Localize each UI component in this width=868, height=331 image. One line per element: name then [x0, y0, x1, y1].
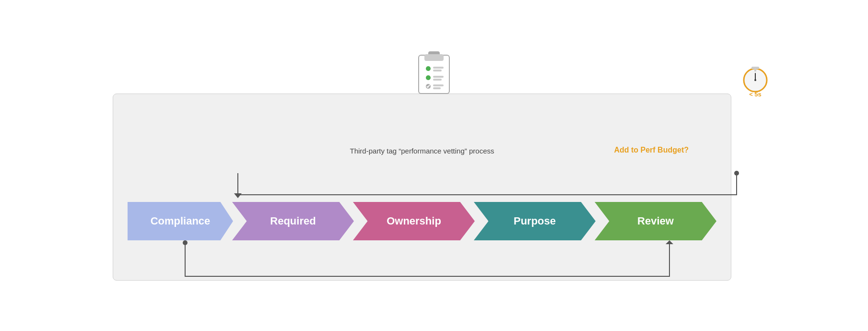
step-review: Review	[595, 202, 716, 240]
svg-rect-14	[754, 69, 756, 71]
top-loop-arrow	[223, 168, 751, 200]
step-required: Required	[232, 202, 354, 240]
svg-rect-8	[433, 79, 442, 81]
svg-marker-20	[666, 240, 673, 244]
svg-rect-2	[424, 54, 444, 61]
svg-point-16	[754, 79, 756, 81]
svg-point-3	[426, 66, 431, 71]
process-label: Third-party tag “performance vetting” pr…	[350, 147, 494, 155]
svg-rect-10	[433, 84, 444, 86]
svg-point-6	[426, 75, 431, 80]
timer-label: < 5s	[749, 91, 762, 98]
diagram-box: Third-party tag “performance vetting” pr…	[113, 94, 731, 281]
bottom-loop-arrow	[156, 240, 684, 284]
svg-marker-17	[234, 193, 242, 198]
arrows-row: Compliance Required Ownership Purpose Re…	[128, 200, 716, 243]
timer-icon	[741, 60, 770, 94]
step-compliance: Compliance	[128, 202, 233, 240]
step-ownership: Ownership	[353, 202, 475, 240]
svg-rect-11	[433, 87, 441, 89]
svg-rect-7	[433, 76, 444, 78]
perf-budget-label: Add to Perf Budget?	[614, 146, 689, 154]
svg-point-18	[734, 171, 739, 176]
svg-rect-4	[433, 67, 444, 69]
main-container: < 5s Third-party tag “performance vettin…	[98, 50, 770, 281]
clipboard-icon	[415, 50, 453, 103]
timer-container: < 5s	[741, 60, 770, 98]
step-purpose: Purpose	[474, 202, 596, 240]
svg-rect-5	[433, 70, 442, 71]
